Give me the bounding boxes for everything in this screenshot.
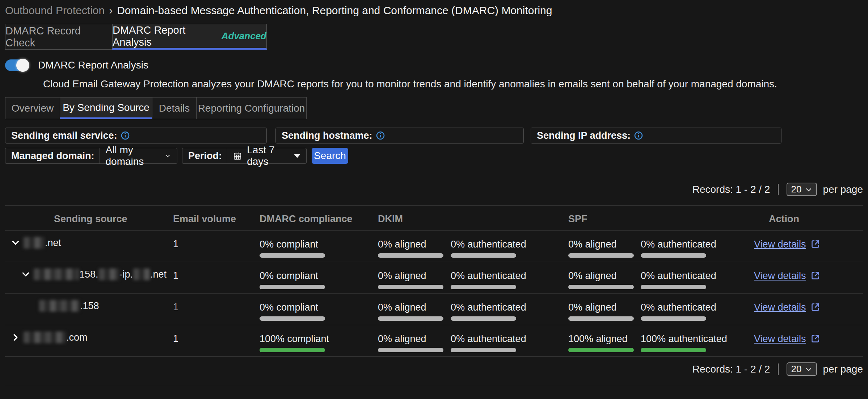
chevron-down-icon [805,186,813,194]
sending-source-text: 158. [79,269,98,280]
managed-domain-value: All my domains [106,144,160,167]
toggle-knob [16,59,29,72]
info-icon[interactable] [634,131,643,140]
compliance-bar [260,348,325,352]
managed-domain-select[interactable]: All my domains [100,144,177,167]
dkim-auth-label: 0% authenticated [451,238,568,250]
chevron-down-icon [164,151,171,160]
sending-source-cell: .158 [5,294,173,325]
sending-hostname-input[interactable] [390,128,528,143]
table-row: 158.-ip..net10% compliant0% aligned0% au… [5,262,863,294]
tab-by-sending-source[interactable]: By Sending Source [60,97,152,119]
redacted-text [133,269,150,280]
compliance-label: 0% compliant [260,302,378,313]
table-header: Sending source Email volume DMARC compli… [5,206,863,230]
spf-aligned-label: 0% aligned [568,302,641,313]
view-details-link[interactable]: View details [754,302,806,313]
pagination-divider [778,363,779,375]
spf-auth-bar [641,285,706,289]
compliance-cell: 0% compliant [260,230,378,262]
external-link-icon[interactable] [810,271,820,280]
spf-auth-cell: 0% authenticated [641,262,754,293]
tab-label: DMARC Record Check [5,25,112,49]
sending-email-service-filter: Sending email service: [5,128,267,144]
spf-aligned-cell: 0% aligned [568,294,641,325]
compliance-label: 0% compliant [260,238,378,250]
spf-auth-bar [641,316,706,321]
action-cell: View details [754,294,863,325]
view-details-link[interactable]: View details [754,270,806,282]
dkim-aligned-cell: 0% aligned [378,262,451,293]
tab-overview[interactable]: Overview [5,97,60,119]
period-select[interactable]: Last 7 days [227,144,306,167]
per-page-label: per page [823,184,863,195]
chevron-down-icon[interactable] [11,238,20,248]
sending-ip-input[interactable] [648,128,786,143]
tab-label: Reporting Configuration [198,103,305,114]
feature-description: Cloud Email Gateway Protection analyzes … [43,78,863,90]
records-label: Records: 1 - 2 / 2 [692,363,770,375]
spf-aligned-bar [568,348,634,352]
period-label: Period: [182,150,227,162]
dkim-auth-label: 0% authenticated [451,302,568,313]
dkim-auth-bar [451,285,516,289]
chevron-right-icon[interactable] [11,333,20,342]
tab-reporting-configuration[interactable]: Reporting Configuration [196,97,307,119]
sending-ip-label: Sending IP address: [537,130,631,141]
breadcrumb: Outbound Protection › Domain-based Messa… [5,0,863,17]
page-title: Domain-based Message Authentication, Rep… [117,4,552,17]
spf-aligned-label: 0% aligned [568,270,641,282]
dkim-aligned-label: 0% aligned [378,333,451,345]
chevron-down-icon[interactable] [21,270,30,279]
external-link-icon[interactable] [810,334,820,344]
dkim-aligned-label: 0% aligned [378,302,451,313]
pagination-divider [778,184,779,195]
sending-source-cell: 158.-ip..net [5,262,173,293]
page-size-select[interactable]: 20 [787,362,817,376]
view-details-link[interactable]: View details [754,333,806,345]
spf-aligned-cell: 0% aligned [568,230,641,262]
compliance-bar [260,253,325,258]
dmarc-report-analysis-toggle-row: DMARC Report Analysis [5,59,863,71]
spf-auth-label: 0% authenticated [641,270,754,282]
spf-auth-cell: 100% authenticated [641,325,754,356]
sub-tabs: Overview By Sending Source Details Repor… [5,97,863,119]
breadcrumb-parent-link[interactable]: Outbound Protection [5,4,105,17]
info-icon[interactable] [376,131,385,140]
email-volume-cell: 1 [173,262,260,293]
search-button[interactable]: Search [312,148,348,164]
sending-email-service-label: Sending email service: [11,130,117,141]
dkim-auth-cell: 0% authenticated [451,230,568,262]
advanced-badge: Advanced [222,30,266,42]
table-row: .15810% compliant0% aligned0% authentica… [5,294,863,325]
sending-source-text: .com [66,332,88,343]
redacted-text [39,300,80,312]
records-label: Records: 1 - 2 / 2 [692,184,770,195]
spf-aligned-bar [568,285,634,289]
calendar-icon [233,150,242,161]
compliance-label: 0% compliant [260,270,378,282]
filter-label: Sending IP address: [531,130,648,141]
info-icon[interactable] [121,131,130,140]
spf-aligned-bar [568,316,634,321]
external-link-icon[interactable] [810,302,820,312]
sending-hostname-label: Sending hostname: [282,130,372,141]
redacted-text [34,269,79,280]
redacted-text [24,332,66,343]
dkim-auth-label: 0% authenticated [451,270,568,282]
dkim-aligned-bar [378,348,443,352]
spf-aligned-bar [568,253,634,258]
sending-source-text: -ip. [119,269,133,280]
dkim-aligned-cell: 0% aligned [378,294,451,325]
view-details-link[interactable]: View details [754,238,806,250]
tab-dmarc-record-check[interactable]: DMARC Record Check [5,24,113,50]
page-size-select[interactable]: 20 [787,183,817,196]
tab-details[interactable]: Details [152,97,197,119]
action-cell: View details [754,325,863,356]
page-size-value: 20 [791,363,801,375]
external-link-icon[interactable] [810,239,820,249]
dmarc-monitoring-page: Outbound Protection › Domain-based Messa… [0,0,868,386]
sending-email-service-input[interactable] [135,128,273,143]
tab-dmarc-report-analysis[interactable]: DMARC Report Analysis Advanced [112,24,267,50]
dmarc-report-analysis-toggle[interactable] [5,59,28,71]
